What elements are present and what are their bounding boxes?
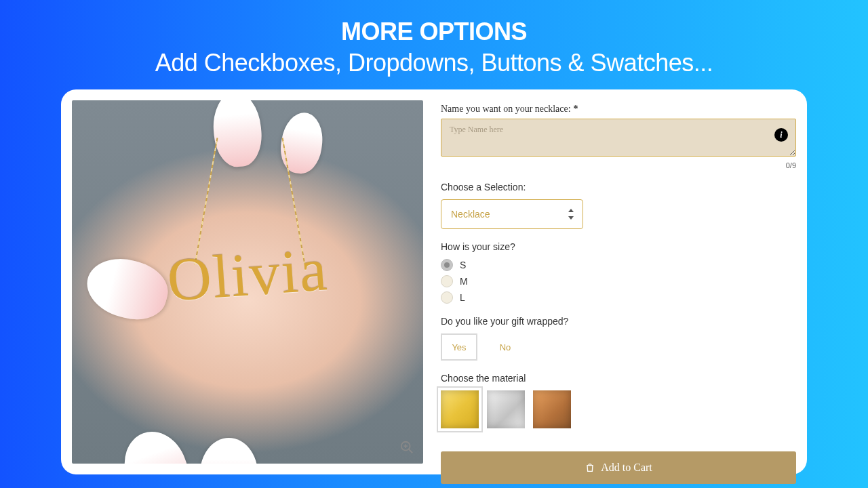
gift-wrap-no-button[interactable]: No <box>487 333 524 361</box>
selection-dropdown[interactable]: Necklace <box>441 199 583 229</box>
size-label-l: L <box>460 292 465 303</box>
info-icon[interactable]: i <box>774 128 788 142</box>
name-field-label: Name you want on your necklace: <box>441 104 571 115</box>
required-indicator: * <box>574 104 578 115</box>
size-radio-l[interactable] <box>441 291 453 304</box>
swatch-bronze[interactable] <box>533 390 571 428</box>
zoom-in-icon[interactable] <box>397 438 416 457</box>
swatch-gold[interactable] <box>441 390 479 428</box>
char-counter: 0/9 <box>441 161 796 169</box>
selection-label: Choose a Selection: <box>441 182 796 192</box>
necklace-name-script: Olivia <box>165 235 330 315</box>
hero-title: MORE OPTIONS <box>0 18 868 46</box>
swatch-silver[interactable] <box>487 390 525 428</box>
size-radio-m[interactable] <box>441 275 453 287</box>
size-radio-s[interactable] <box>441 259 453 271</box>
add-to-cart-label: Add to Cart <box>601 462 652 474</box>
size-label-s: S <box>460 260 466 270</box>
product-options-form: Name you want on your necklace: * i 0/9 … <box>441 100 796 464</box>
name-field: Name you want on your necklace: * i 0/9 <box>441 103 796 169</box>
size-label: How is your size? <box>441 241 796 252</box>
size-label-m: M <box>460 276 468 287</box>
product-image: Olivia <box>72 100 423 464</box>
shopping-bag-icon <box>585 462 595 473</box>
add-to-cart-button[interactable]: Add to Cart <box>441 451 796 484</box>
material-label: Choose the material <box>441 373 796 384</box>
hero-subtitle: Add Checkboxes, Dropdowns, Buttons & Swa… <box>0 49 868 77</box>
gift-wrap-yes-button[interactable]: Yes <box>441 333 477 361</box>
name-input[interactable] <box>441 119 796 157</box>
gift-wrap-label: Do you like your gift wrapped? <box>441 316 796 327</box>
product-card: Olivia Name you want on your necklace: *… <box>61 89 807 474</box>
size-field: How is your size? S M L <box>441 241 796 304</box>
hero: MORE OPTIONS Add Checkboxes, Dropdowns, … <box>0 0 868 77</box>
svg-line-1 <box>409 449 413 453</box>
selection-field: Choose a Selection: Necklace <box>441 182 796 229</box>
material-field: Choose the material <box>441 373 796 428</box>
gift-wrap-field: Do you like your gift wrapped? Yes No <box>441 316 796 361</box>
